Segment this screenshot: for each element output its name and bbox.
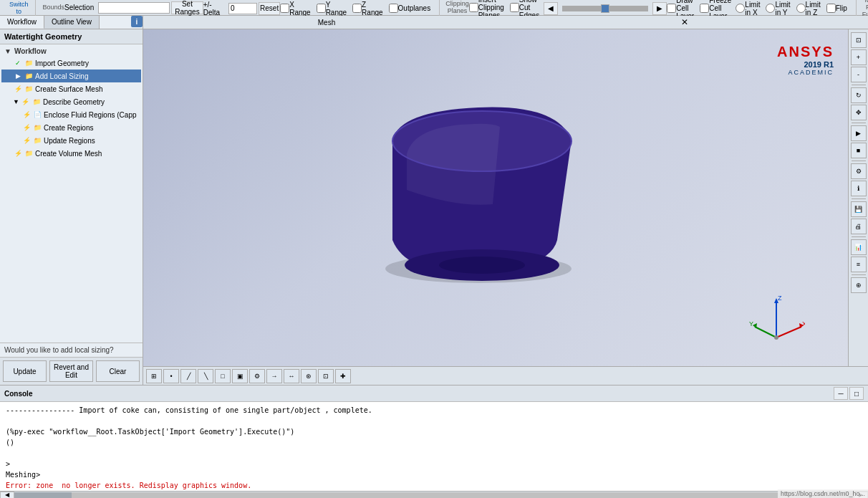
tree-item-create-volume-mesh[interactable]: ⚡ 📁 Create Volume Mesh: [1, 147, 141, 160]
zrange-checkbox-label[interactable]: Z Range: [352, 1, 382, 16]
folder-icon-update-regions: 📁: [34, 137, 42, 144]
clear-button[interactable]: Clear: [96, 360, 140, 382]
hscroll-track[interactable]: [14, 492, 854, 498]
rt-info-btn[interactable]: ℹ: [851, 181, 867, 196]
selection-input[interactable]: [98, 2, 170, 14]
rt-zoom-in-btn[interactable]: +: [851, 49, 867, 65]
vb-fill-btn[interactable]: ▣: [232, 369, 248, 383]
bottom-buttons: Update Revert and Edit Clear: [0, 357, 143, 385]
clip-right-btn[interactable]: ▶: [652, 2, 667, 15]
info-button[interactable]: i: [131, 16, 143, 27]
draw-cell-layer-checkbox[interactable]: [667, 4, 676, 13]
vb-copy-btn[interactable]: ⊡: [318, 369, 334, 383]
active-icon: ▶: [13, 71, 23, 81]
rt-sep6: [852, 274, 866, 275]
console-content: ---------------- Import of coke can, con…: [0, 402, 868, 491]
tree-item-update-regions[interactable]: ⚡ 📁 Update Regions: [1, 134, 141, 147]
vb-arrow2-btn[interactable]: ↔: [284, 369, 299, 383]
rt-pan-btn[interactable]: ✥: [851, 105, 867, 120]
workflow-tree: ▼ Workflow ✓ 📁 Import Geometry ▶ 📁 Add L…: [0, 44, 143, 343]
create-surface-mesh-label: Create Surface Mesh: [35, 85, 103, 93]
vb-line-btn[interactable]: ╱: [180, 369, 196, 383]
insert-clipping-checkbox[interactable]: [469, 3, 478, 12]
pending-icon-volume-mesh: ⚡: [13, 148, 23, 158]
set-ranges-button[interactable]: Set Ranges: [171, 1, 203, 14]
flip-label[interactable]: Flip: [826, 4, 847, 13]
tab-outline-view[interactable]: Outline View: [44, 16, 100, 29]
freeze-cell-layer-checkbox[interactable]: [700, 4, 709, 13]
vb-point-btn[interactable]: •: [163, 369, 179, 383]
tree-item-create-regions[interactable]: ⚡ 📁 Create Regions: [1, 121, 141, 134]
zrange-checkbox[interactable]: [352, 4, 362, 13]
vb-line2-btn[interactable]: ╲: [198, 369, 213, 383]
import-geometry-label: Import Geometry: [35, 59, 89, 67]
console-line: [6, 448, 862, 459]
console-minimize-btn[interactable]: ─: [834, 387, 848, 400]
vb-probe-btn[interactable]: ✚: [335, 369, 351, 383]
show-cut-edges-checkbox[interactable]: [510, 3, 519, 12]
rt-extra1-btn[interactable]: ⊕: [851, 277, 867, 293]
flip-checkbox[interactable]: [826, 4, 836, 13]
limit-x-radio[interactable]: [736, 4, 745, 13]
tab-workflow[interactable]: Workflow: [0, 16, 44, 29]
close-viewport-button[interactable]: ✕: [506, 17, 864, 27]
rt-chart-btn[interactable]: 📊: [851, 239, 867, 255]
rt-save-btn[interactable]: 💾: [851, 201, 867, 217]
bounds-label: Bounds: [43, 4, 65, 11]
xrange-checkbox-label[interactable]: X Range: [280, 1, 310, 16]
tree-item-create-surface-mesh[interactable]: ⚡ 📁 Create Surface Mesh: [1, 82, 141, 95]
xrange-checkbox[interactable]: [280, 4, 289, 13]
tree-item-describe-geometry[interactable]: ▼ ⚡ 📁 Describe Geometry: [1, 95, 141, 108]
viewport-logo: ANSYS 2019 R1 ACADEMIC: [777, 44, 834, 76]
hscroll-left-btn[interactable]: ◀: [0, 492, 14, 499]
reset-button[interactable]: Reset: [259, 2, 280, 15]
svg-text:Y: Y: [749, 320, 753, 327]
outplanes-checkbox[interactable]: [389, 4, 398, 13]
rt-print-btn[interactable]: 🖨: [851, 219, 867, 234]
outplanes-checkbox-label[interactable]: Outplanes: [389, 4, 431, 13]
vb-gear-btn[interactable]: ⚙: [249, 369, 265, 383]
limit-z-radio[interactable]: [796, 4, 806, 13]
rt-rotate-btn[interactable]: ↻: [851, 87, 867, 103]
horizontal-scrollbar[interactable]: ◀ ▶: [0, 491, 868, 498]
selection-label: Selection: [64, 4, 94, 11]
rt-sep2: [852, 123, 866, 123]
delta-input[interactable]: [228, 3, 257, 14]
rt-zoom-out-btn[interactable]: -: [851, 67, 867, 82]
vb-rect-btn[interactable]: □: [215, 369, 231, 383]
rt-settings-btn[interactable]: ⚙: [851, 163, 867, 179]
vb-link-btn[interactable]: ⊛: [301, 369, 317, 383]
rt-play-btn[interactable]: ▶: [851, 125, 867, 141]
add-local-sizing-label: Add Local Sizing: [35, 72, 89, 80]
update-button[interactable]: Update: [3, 360, 47, 382]
viewport[interactable]: ANSYS 2019 R1 ACADEMIC: [143, 29, 848, 366]
revert-and-edit-button[interactable]: Revert and Edit: [49, 360, 93, 382]
create-volume-mesh-label: Create Volume Mesh: [35, 150, 102, 158]
yrange-checkbox[interactable]: [317, 4, 326, 13]
academic-text: ACADEMIC: [777, 69, 834, 76]
vb-select-btn[interactable]: ⊞: [146, 369, 162, 383]
clip-slider[interactable]: [562, 6, 648, 11]
rt-list-btn[interactable]: ≡: [851, 257, 867, 272]
hscroll-thumb[interactable]: [14, 492, 72, 498]
limit-y-radio[interactable]: [766, 4, 775, 13]
limit-x-label[interactable]: Limit in X: [736, 1, 760, 16]
create-regions-label: Create Regions: [44, 124, 93, 132]
rt-sep1: [852, 85, 866, 85]
tree-item-enclose-fluid[interactable]: ⚡ 📄 Enclose Fluid Regions (Capp: [1, 108, 141, 121]
clip-left-btn[interactable]: ◀: [544, 2, 558, 15]
rt-stop-btn[interactable]: ■: [851, 143, 867, 158]
limit-y-label[interactable]: Limit in Y: [766, 1, 790, 16]
console-maximize-btn[interactable]: □: [849, 387, 864, 400]
rt-zoom-fit-btn[interactable]: ⊡: [851, 32, 867, 48]
vb-arrow-btn[interactable]: →: [266, 369, 282, 383]
tree-item-add-local-sizing[interactable]: ▶ 📁 Add Local Sizing: [1, 70, 141, 82]
yrange-checkbox-label[interactable]: Y Range: [317, 1, 347, 16]
console-line: (%py-exec "workflow__Root.TaskObject['Im…: [6, 426, 862, 437]
limit-z-label[interactable]: Limit in Z: [796, 1, 821, 16]
tree-item-import-geometry[interactable]: ✓ 📁 Import Geometry: [1, 57, 141, 70]
collapse-icon: ▼: [13, 98, 19, 105]
pending-icon-describe: ⚡: [21, 97, 31, 107]
workflow-section[interactable]: ▼ Workflow: [1, 46, 141, 57]
svg-point-9: [774, 335, 778, 340]
